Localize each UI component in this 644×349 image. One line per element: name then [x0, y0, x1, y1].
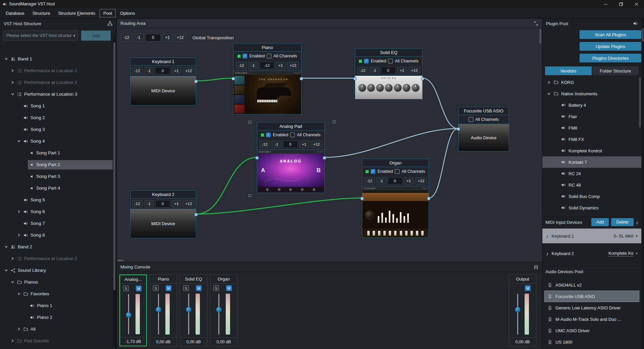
input-port[interactable]: [354, 77, 357, 80]
enabled-checkbox[interactable]: [266, 133, 271, 137]
global-transpose-plus1-button[interactable]: +1: [162, 34, 173, 42]
mixer-sliders-icon[interactable]: [534, 265, 538, 269]
routing-node-keyboard-2[interactable]: Keyboard 2-12-10+1+12MIDI Device: [130, 190, 196, 238]
mixer-strip-analog[interactable]: Analog...SM-1,73 dB: [119, 275, 147, 346]
chevron-down-icon[interactable]: [3, 269, 9, 272]
menu-structure-elements[interactable]: Structure Elements: [54, 9, 99, 17]
menu-database[interactable]: Database: [2, 9, 28, 17]
chevron-right-icon[interactable]: [10, 339, 15, 342]
midi-device-body[interactable]: MIDI Device: [130, 76, 196, 105]
transpose-plus1-button[interactable]: +1: [276, 62, 286, 69]
transpose-minus1-button[interactable]: -1: [144, 67, 154, 74]
solo-button[interactable]: S: [213, 285, 219, 291]
audio-device-umc-asio-driver[interactable]: UMC ASIO Driver: [544, 325, 639, 336]
transpose-minus12-button[interactable]: -12: [236, 62, 247, 69]
plugin-item-komplete-kontrol[interactable]: Komplete Kontrol: [542, 145, 641, 156]
routing-node-piano[interactable]: PianoEnabledAll Channels-12-1-12+1+12KON…: [233, 43, 302, 114]
fader-knob[interactable]: [515, 307, 521, 312]
plugin-item-fm8[interactable]: FM8: [542, 122, 641, 134]
all-channels-checkbox[interactable]: [388, 59, 393, 63]
wire-kb2-to-organ[interactable]: [196, 198, 362, 214]
transpose-minus1-button[interactable]: -1: [248, 62, 258, 69]
fader-knob[interactable]: [126, 312, 131, 318]
transpose-minus12-button[interactable]: -12: [132, 200, 143, 207]
add-structure-button[interactable]: Add: [81, 31, 111, 41]
tree-item-song-1[interactable]: Song 1: [0, 100, 113, 112]
tree-item-song-part-2[interactable]: Song Part 2: [0, 159, 113, 170]
tab-vendors[interactable]: Vendors: [545, 66, 592, 75]
menu-structure[interactable]: Structure: [29, 9, 54, 17]
close-button[interactable]: [629, 0, 644, 8]
transpose-minus1-button[interactable]: -1: [376, 177, 386, 185]
tree-item-song-part-1[interactable]: Song Part 1: [0, 147, 113, 159]
plugin-item-native-instruments[interactable]: Native Instruments: [542, 88, 641, 99]
mute-button[interactable]: M: [226, 285, 232, 291]
scan-all-plugins-button[interactable]: Scan All Plugins: [580, 30, 641, 39]
pool-panel-scrollbar[interactable]: [641, 19, 644, 349]
restore-button[interactable]: [613, 0, 629, 8]
minimize-button[interactable]: [598, 0, 613, 8]
tree-item-song-part-4[interactable]: Song Part 4: [0, 182, 113, 194]
eq-plugin-screenshot[interactable]: SOLID EQ: [355, 76, 422, 99]
transpose-plus12-button[interactable]: +12: [287, 62, 299, 69]
chevron-right-icon[interactable]: [546, 81, 551, 84]
midi-delete-button[interactable]: Delete: [611, 218, 633, 226]
midi-device-port-dropdown[interactable]: 5- SL MkII▾: [614, 234, 638, 239]
tree-item-song-3[interactable]: Song 3: [0, 123, 113, 135]
transpose-minus1-button[interactable]: -1: [144, 200, 154, 207]
transpose-plus12-button[interactable]: +12: [183, 200, 195, 207]
chevron-down-icon[interactable]: [546, 92, 551, 95]
tree-item-song-2[interactable]: Song 2: [0, 112, 113, 123]
routing-canvas[interactable]: -12 -1 0 +1 +12 Global Transposition Key…: [117, 28, 542, 262]
input-port[interactable]: [232, 77, 235, 80]
enabled-checkbox[interactable]: [364, 59, 369, 63]
chevron-down-icon[interactable]: [3, 57, 9, 60]
all-channels-checkbox[interactable]: [267, 54, 271, 58]
transpose-plus1-button[interactable]: +1: [397, 67, 407, 74]
tree-item-song-5[interactable]: Song 5: [0, 194, 113, 206]
tree-item-performance-at-location-1[interactable]: Performance at Location 1: [0, 65, 113, 77]
chevron-right-icon[interactable]: [16, 328, 21, 331]
midi-device-port-dropdown[interactable]: Komplete Ko▾: [608, 251, 638, 256]
output-port[interactable]: [421, 77, 424, 80]
plugin-item-solid-bus-comp[interactable]: Solid Bus Comp: [542, 191, 641, 202]
chevron-right-icon[interactable]: [16, 210, 21, 213]
routing-vscrollbar-thumb[interactable]: [539, 29, 541, 44]
mixer-strip-output[interactable]: OutputM0,00 dB: [509, 275, 536, 346]
transpose-plus1-button[interactable]: +1: [171, 200, 181, 207]
global-transpose-plus12-button[interactable]: +12: [174, 34, 186, 42]
transpose-plus12-button[interactable]: +12: [183, 67, 195, 74]
plugin-item-rc-48[interactable]: RC 48: [542, 179, 641, 191]
tree-item-sound-library[interactable]: Sound Library: [0, 264, 113, 276]
transpose-minus12-button[interactable]: -12: [357, 67, 368, 74]
input-port[interactable]: [256, 156, 259, 159]
global-transpose-minus12-button[interactable]: -12: [121, 34, 132, 42]
tree-item-performance-at-location-2[interactable]: Performance at Location 2: [0, 77, 113, 88]
routing-node-organ[interactable]: OrganEnabledAll Channels-12-10+1+12KONTA…: [362, 159, 429, 238]
sitemap-icon[interactable]: [108, 21, 112, 26]
transpose-minus1-button[interactable]: -1: [272, 141, 282, 148]
tree-item-performance-at-location-3[interactable]: Performance at Location 3: [0, 88, 113, 100]
tab-folder-structure[interactable]: Folder Structure: [592, 66, 639, 75]
tree-item-song-6[interactable]: Song 6: [0, 206, 113, 217]
all-channels-checkbox[interactable]: [469, 117, 473, 122]
audio-device-m-audio-m-track-solo-and-duo[interactable]: M-Audio M-Track Solo and Duo ...: [544, 313, 639, 325]
tree-item-synth-sounds[interactable]: Synth Sounds: [0, 347, 113, 349]
output-port[interactable]: [300, 77, 303, 80]
fader-knob[interactable]: [216, 307, 222, 312]
mute-button[interactable]: M: [166, 285, 171, 291]
analog-plugin-screenshot[interactable]: KONTAKTANALOGAB: [257, 149, 324, 193]
mute-button[interactable]: M: [525, 285, 531, 291]
output-port[interactable]: [323, 156, 326, 159]
all-channels-checkbox[interactable]: [290, 133, 295, 137]
solo-button[interactable]: S: [183, 285, 189, 291]
structure-select-dropdown[interactable]: Please select the VST host structur ▾: [3, 31, 78, 41]
tree-item-performance-at-location-2[interactable]: Performance at Location 2: [0, 253, 113, 264]
routing-node-focusrite-usb-asio[interactable]: Focusrite USB ASIOAll ChannelsAudio Devi…: [458, 107, 509, 151]
chevron-right-icon[interactable]: [16, 234, 21, 237]
plugin-tree-scrollbar-thumb[interactable]: [639, 77, 641, 128]
tree-item-song-7[interactable]: Song 7: [0, 217, 113, 229]
enabled-checkbox[interactable]: [243, 54, 247, 58]
mute-button[interactable]: M: [136, 286, 142, 291]
audio-device-us-1800[interactable]: US 1800: [544, 336, 639, 348]
